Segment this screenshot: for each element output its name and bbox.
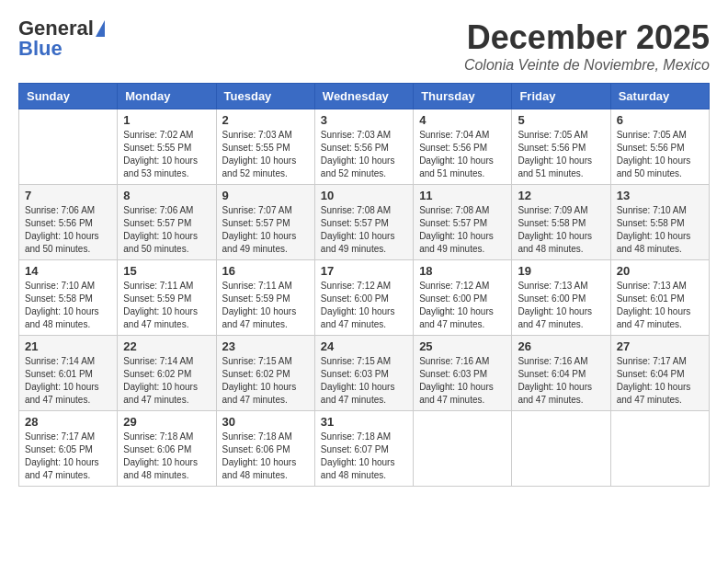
logo: General Blue [18,18,105,59]
calendar-cell: 12Sunrise: 7:09 AM Sunset: 5:58 PM Dayli… [512,185,610,260]
day-number: 15 [123,264,210,278]
day-number: 11 [419,189,506,202]
day-number: 5 [518,113,604,127]
day-info: Sunrise: 7:16 AM Sunset: 6:03 PM Dayligh… [419,355,506,407]
calendar-cell: 5Sunrise: 7:05 AM Sunset: 5:56 PM Daylig… [512,109,610,185]
day-number: 17 [321,264,407,278]
weekday-header-monday: Monday [118,84,216,109]
calendar-cell [610,411,709,487]
day-info: Sunrise: 7:03 AM Sunset: 5:56 PM Dayligh… [321,129,407,180]
calendar-cell: 13Sunrise: 7:10 AM Sunset: 5:58 PM Dayli… [610,185,709,260]
calendar-cell: 14Sunrise: 7:10 AM Sunset: 5:58 PM Dayli… [19,260,118,336]
day-info: Sunrise: 7:12 AM Sunset: 6:00 PM Dayligh… [419,280,506,331]
calendar-cell [512,411,610,487]
calendar-cell: 18Sunrise: 7:12 AM Sunset: 6:00 PM Dayli… [414,260,512,336]
day-info: Sunrise: 7:06 AM Sunset: 5:57 PM Dayligh… [123,204,210,256]
weekday-header-thursday: Thursday [414,84,512,109]
day-info: Sunrise: 7:10 AM Sunset: 5:58 PM Dayligh… [617,204,703,256]
day-number: 25 [419,339,506,353]
calendar-cell: 20Sunrise: 7:13 AM Sunset: 6:01 PM Dayli… [610,260,709,336]
day-number: 30 [222,415,309,429]
day-info: Sunrise: 7:18 AM Sunset: 6:06 PM Dayligh… [222,431,309,482]
day-number: 26 [518,339,604,353]
day-info: Sunrise: 7:11 AM Sunset: 5:59 PM Dayligh… [123,280,210,331]
calendar-cell: 28Sunrise: 7:17 AM Sunset: 6:05 PM Dayli… [19,411,118,487]
calendar-cell: 2Sunrise: 7:03 AM Sunset: 5:55 PM Daylig… [216,109,314,185]
week-row-5: 28Sunrise: 7:17 AM Sunset: 6:05 PM Dayli… [19,411,710,487]
day-info: Sunrise: 7:04 AM Sunset: 5:56 PM Dayligh… [419,129,506,180]
day-info: Sunrise: 7:05 AM Sunset: 5:56 PM Dayligh… [518,129,604,180]
calendar-cell: 10Sunrise: 7:08 AM Sunset: 5:57 PM Dayli… [314,185,413,260]
logo-blue-text: Blue [18,39,63,59]
day-info: Sunrise: 7:18 AM Sunset: 6:07 PM Dayligh… [321,431,407,482]
page-header: General Blue December 2025 Colonia Veint… [18,18,710,74]
day-number: 4 [419,113,506,127]
calendar-cell: 26Sunrise: 7:16 AM Sunset: 6:04 PM Dayli… [512,336,610,411]
week-row-1: 1Sunrise: 7:02 AM Sunset: 5:55 PM Daylig… [19,109,710,185]
day-info: Sunrise: 7:11 AM Sunset: 5:59 PM Dayligh… [222,280,309,331]
day-number: 21 [25,339,111,353]
calendar-cell: 31Sunrise: 7:18 AM Sunset: 6:07 PM Dayli… [314,411,413,487]
calendar-cell: 17Sunrise: 7:12 AM Sunset: 6:00 PM Dayli… [314,260,413,336]
calendar-cell: 8Sunrise: 7:06 AM Sunset: 5:57 PM Daylig… [118,185,216,260]
calendar-cell: 21Sunrise: 7:14 AM Sunset: 6:01 PM Dayli… [19,336,118,411]
day-number: 12 [518,189,604,202]
day-number: 2 [222,113,309,127]
day-number: 3 [321,113,407,127]
day-number: 14 [25,264,111,278]
day-info: Sunrise: 7:06 AM Sunset: 5:56 PM Dayligh… [25,204,111,256]
day-info: Sunrise: 7:02 AM Sunset: 5:55 PM Dayligh… [123,129,210,180]
day-info: Sunrise: 7:12 AM Sunset: 6:00 PM Dayligh… [321,280,407,331]
weekday-header-tuesday: Tuesday [216,84,314,109]
day-number: 20 [617,264,703,278]
logo-general-text: General [18,18,94,39]
calendar-cell [414,411,512,487]
calendar-cell: 11Sunrise: 7:08 AM Sunset: 5:57 PM Dayli… [414,185,512,260]
calendar-cell: 7Sunrise: 7:06 AM Sunset: 5:56 PM Daylig… [19,185,118,260]
calendar-cell: 25Sunrise: 7:16 AM Sunset: 6:03 PM Dayli… [414,336,512,411]
calendar-cell: 19Sunrise: 7:13 AM Sunset: 6:00 PM Dayli… [512,260,610,336]
day-info: Sunrise: 7:18 AM Sunset: 6:06 PM Dayligh… [123,431,210,482]
day-number: 22 [123,339,210,353]
day-number: 13 [617,189,703,202]
calendar-cell: 27Sunrise: 7:17 AM Sunset: 6:04 PM Dayli… [610,336,709,411]
day-info: Sunrise: 7:08 AM Sunset: 5:57 PM Dayligh… [419,204,506,256]
day-number: 23 [222,339,309,353]
day-number: 9 [222,189,309,202]
day-number: 28 [25,415,111,429]
calendar-cell: 23Sunrise: 7:15 AM Sunset: 6:02 PM Dayli… [216,336,314,411]
day-number: 6 [617,113,703,127]
day-number: 24 [321,339,407,353]
calendar-cell: 4Sunrise: 7:04 AM Sunset: 5:56 PM Daylig… [414,109,512,185]
day-info: Sunrise: 7:14 AM Sunset: 6:01 PM Dayligh… [25,355,111,407]
day-number: 19 [518,264,604,278]
calendar-cell: 29Sunrise: 7:18 AM Sunset: 6:06 PM Dayli… [118,411,216,487]
calendar-cell: 9Sunrise: 7:07 AM Sunset: 5:57 PM Daylig… [216,185,314,260]
week-row-3: 14Sunrise: 7:10 AM Sunset: 5:58 PM Dayli… [19,260,710,336]
day-info: Sunrise: 7:13 AM Sunset: 6:01 PM Dayligh… [617,280,703,331]
day-info: Sunrise: 7:05 AM Sunset: 5:56 PM Dayligh… [617,129,703,180]
weekday-header-saturday: Saturday [610,84,709,109]
weekday-header-row: SundayMondayTuesdayWednesdayThursdayFrid… [19,84,710,109]
calendar-cell: 1Sunrise: 7:02 AM Sunset: 5:55 PM Daylig… [118,109,216,185]
calendar-cell: 15Sunrise: 7:11 AM Sunset: 5:59 PM Dayli… [118,260,216,336]
day-info: Sunrise: 7:16 AM Sunset: 6:04 PM Dayligh… [518,355,604,407]
weekday-header-sunday: Sunday [19,84,118,109]
day-number: 29 [123,415,210,429]
day-info: Sunrise: 7:10 AM Sunset: 5:58 PM Dayligh… [25,280,111,331]
day-info: Sunrise: 7:17 AM Sunset: 6:05 PM Dayligh… [25,431,111,482]
day-info: Sunrise: 7:09 AM Sunset: 5:58 PM Dayligh… [518,204,604,256]
week-row-4: 21Sunrise: 7:14 AM Sunset: 6:01 PM Dayli… [19,336,710,411]
day-number: 18 [419,264,506,278]
weekday-header-friday: Friday [512,84,610,109]
day-info: Sunrise: 7:07 AM Sunset: 5:57 PM Dayligh… [222,204,309,256]
day-info: Sunrise: 7:15 AM Sunset: 6:02 PM Dayligh… [222,355,309,407]
location-title: Colonia Veinte de Noviembre, Mexico [464,57,710,74]
calendar-cell: 6Sunrise: 7:05 AM Sunset: 5:56 PM Daylig… [610,109,709,185]
calendar-cell: 3Sunrise: 7:03 AM Sunset: 5:56 PM Daylig… [314,109,413,185]
calendar-cell: 24Sunrise: 7:15 AM Sunset: 6:03 PM Dayli… [314,336,413,411]
day-number: 10 [321,189,407,202]
day-number: 16 [222,264,309,278]
month-title: December 2025 [464,18,710,57]
day-number: 27 [617,339,703,353]
